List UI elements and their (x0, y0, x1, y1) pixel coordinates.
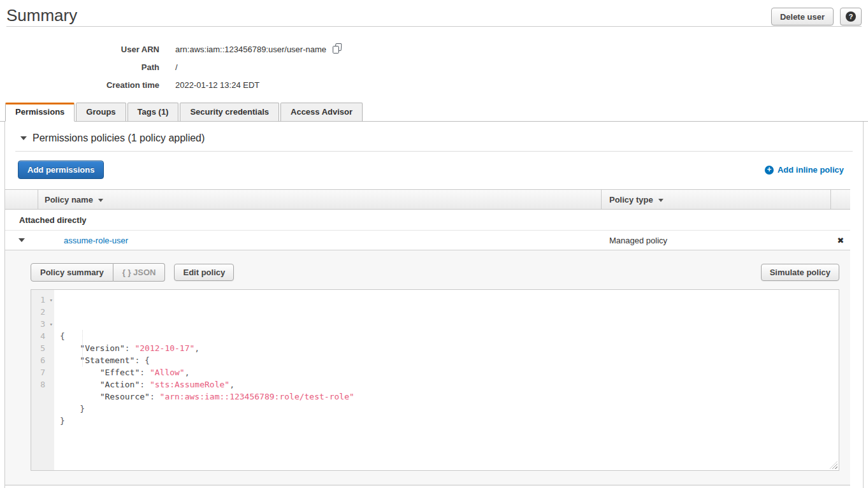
help-icon: ? (846, 11, 856, 22)
remove-policy-icon[interactable]: ✖ (831, 231, 850, 250)
policy-table-header: Policy name Policy type (5, 189, 850, 210)
fold-caret-icon[interactable]: ▾ (50, 294, 53, 306)
permissions-policies-section-toggle[interactable]: Permissions policies (1 policy applied) (5, 122, 863, 151)
permissions-tab-panel: Permissions policies (1 policy applied) … (4, 122, 864, 488)
code-line: "Version": "2012-10-17", (60, 342, 839, 354)
policy-name-column-header: Policy name (38, 190, 602, 209)
row-caret-icon (18, 238, 25, 242)
policy-table: Policy name Policy type Attached directl… (5, 189, 850, 485)
policy-summary-tab-button[interactable]: Policy summary (31, 263, 113, 282)
policy-type-column-header: Policy type (602, 190, 831, 209)
section-collapse-icon (20, 136, 27, 140)
policy-row: assume-role-user Managed policy ✖ (5, 231, 850, 250)
edit-policy-button[interactable]: Edit policy (174, 264, 234, 281)
permissions-policies-heading: Permissions policies (1 policy applied) (33, 133, 205, 144)
attached-directly-group-row: Attached directly (5, 210, 850, 231)
add-inline-policy-label: Add inline policy (778, 165, 844, 175)
fold-caret-icon[interactable]: ▾ (50, 319, 53, 331)
path-row: Path / (0, 58, 868, 76)
code-line: { (60, 330, 839, 342)
code-line: "Action": "sts:AssumeRole", (60, 378, 839, 391)
json-editor[interactable]: 1▾23▾45678 { "Version": "2012-10-17", "S… (31, 289, 839, 471)
tab-permissions[interactable]: Permissions (5, 103, 75, 122)
path-label: Path (0, 62, 159, 72)
gutter-line-number: 7 (31, 366, 54, 378)
path-value: / (175, 62, 178, 72)
tab-security-credentials[interactable]: Security credentials (180, 103, 279, 122)
creation-time-label: Creation time (0, 80, 159, 90)
code-line: "Effect": "Allow", (60, 366, 839, 378)
code-line: } (60, 415, 839, 427)
plus-circle-icon: + (765, 166, 774, 175)
page-header: Summary Delete user ? (0, 0, 868, 26)
code-line: "Resource": "arn:aws:iam::123456789:role… (60, 391, 839, 403)
gutter-line-number: 4 (31, 330, 54, 342)
policy-detail-buttons: Policy summary { } JSON Edit policy Simu… (31, 263, 839, 282)
editor-gutter: 1▾23▾45678 (31, 290, 54, 470)
row-expand-toggle[interactable] (5, 231, 38, 250)
simulate-policy-button[interactable]: Simulate policy (761, 264, 839, 281)
gutter-line-number: 6 (31, 354, 54, 366)
user-arn-value: arn:aws:iam::123456789:user/user-name (175, 45, 326, 54)
policy-type-header-label: Policy type (609, 195, 653, 205)
toggle-column-header (5, 190, 38, 209)
header-actions: Delete user ? (771, 8, 862, 25)
editor-code[interactable]: { "Version": "2012-10-17", "Statement": … (54, 290, 839, 470)
code-line: "Statement": { (60, 354, 839, 366)
user-arn-row: User ARN arn:aws:iam::123456789:user/use… (0, 40, 868, 58)
tab-tags[interactable]: Tags (1) (127, 103, 179, 122)
code-line: } (60, 403, 839, 415)
help-button[interactable]: ? (840, 8, 862, 25)
creation-time-value: 2022-01-12 13:24 EDT (175, 80, 259, 90)
json-tab-button[interactable]: { } JSON (113, 263, 166, 282)
delete-user-button[interactable]: Delete user (771, 8, 834, 25)
creation-time-row: Creation time 2022-01-12 13:24 EDT (0, 76, 868, 94)
gutter-line-number: 2 (31, 306, 54, 318)
policy-name-header-label: Policy name (45, 195, 93, 205)
policy-name-link[interactable]: assume-role-user (64, 236, 128, 245)
sort-caret-icon[interactable] (98, 199, 103, 202)
tab-groups[interactable]: Groups (76, 103, 126, 122)
page-title: Summary (6, 6, 77, 25)
gutter-line-number: 3▾ (31, 318, 54, 330)
sort-caret-icon[interactable] (658, 199, 663, 202)
add-inline-policy-link[interactable]: + Add inline policy (765, 165, 844, 175)
gutter-line-number: 1▾ (31, 294, 54, 306)
policy-actions-row: Add permissions + Add inline policy (5, 152, 863, 189)
indent-guide (82, 330, 83, 366)
user-arn-label: User ARN (0, 45, 159, 54)
tabs-bar: Permissions Groups Tags (1) Security cre… (0, 103, 868, 122)
policy-type-cell: Managed policy (602, 231, 831, 250)
user-info-section: User ARN arn:aws:iam::123456789:user/use… (0, 27, 868, 103)
actions-column-header (831, 190, 850, 209)
gutter-line-number: 5 (31, 342, 54, 354)
tab-access-advisor[interactable]: Access Advisor (280, 103, 363, 122)
gutter-line-number: 8 (31, 378, 54, 391)
add-permissions-button[interactable]: Add permissions (18, 161, 104, 179)
attached-directly-label: Attached directly (19, 215, 86, 225)
policy-detail-expanded-area: Policy summary { } JSON Edit policy Simu… (5, 250, 850, 485)
copy-icon[interactable] (332, 43, 342, 55)
